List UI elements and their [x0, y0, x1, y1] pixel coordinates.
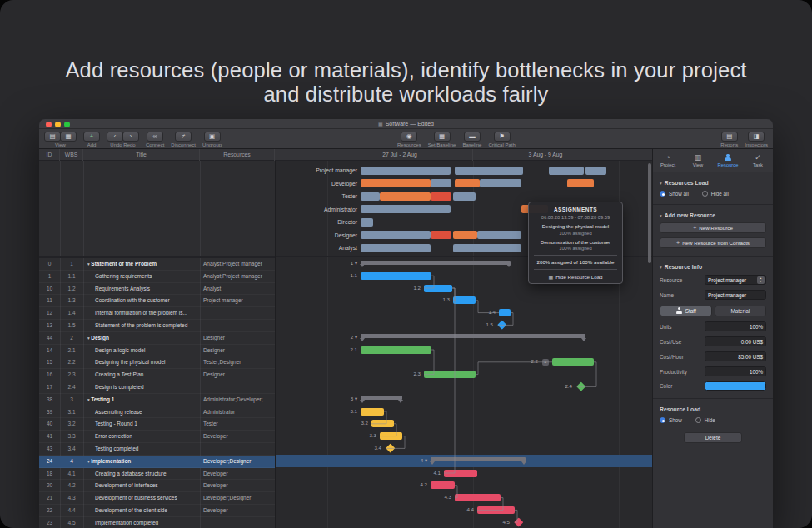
color-well[interactable] [705, 381, 766, 391]
name-input[interactable]: Project manager [705, 290, 766, 300]
gantt-task-bar[interactable] [552, 358, 594, 366]
tab-resource[interactable]: Resource [713, 149, 743, 172]
table-row[interactable]: 413.3Error correctionDeveloper [39, 431, 275, 443]
toolbar-button-disconnect[interactable]: ≠ [175, 132, 192, 142]
table-row[interactable]: 403.2Testing - Round 1Tester [39, 418, 275, 431]
resource-load-segment-slate[interactable] [361, 231, 431, 239]
table-row[interactable]: 433.4Testing completed [39, 443, 275, 456]
gantt-task-bar[interactable] [477, 506, 515, 514]
toolbar-button-ungroup[interactable]: ▣ [204, 132, 221, 142]
vertical-scrollbar-thumb[interactable] [648, 163, 651, 263]
column-header-title[interactable]: Title [83, 149, 200, 161]
gantt-milestone[interactable] [498, 321, 507, 330]
toolbar-button-undo-redo[interactable]: › [122, 132, 139, 142]
resource-load-segment-slate[interactable] [361, 218, 373, 227]
resource-load-segment-slate[interactable] [453, 192, 476, 201]
gantt-task-bar[interactable] [361, 346, 431, 354]
resource-load-segment-orange[interactable] [380, 192, 431, 201]
toolbar-button-undo-redo[interactable]: ‹ [107, 132, 123, 142]
disclosure-triangle-icon[interactable]: ▾ [660, 265, 662, 270]
field-value-input[interactable]: 0.00 US$ [705, 336, 766, 346]
toolbar-button-reports[interactable]: ▤ [721, 132, 738, 142]
resource-load-segment-slate[interactable] [477, 231, 521, 239]
column-header-wbs[interactable]: WBS N... [60, 149, 83, 161]
table-row[interactable]: 442DesignDesigner [39, 332, 275, 345]
toolbar-button-view[interactable]: ▤ [44, 132, 61, 142]
tab-task[interactable]: ✓Task [743, 149, 773, 172]
gantt-task-bar[interactable] [499, 309, 511, 316]
toolbar-button-inspectors[interactable]: ◨ [748, 132, 765, 142]
table-row[interactable]: 111.3Coordination with the customerProje… [39, 295, 275, 307]
new-resource-from-contacts-button[interactable]: + New Resource from Contacts [660, 237, 766, 248]
gantt-task-bar[interactable] [424, 371, 476, 378]
zoom-window-button[interactable] [64, 122, 70, 127]
column-header-resources[interactable]: Resources [200, 149, 275, 161]
resource-load-segment-slate[interactable] [361, 244, 431, 252]
resource-load-segment-slate[interactable] [361, 167, 451, 175]
toolbar-button-resources[interactable]: ◉ [401, 132, 417, 142]
table-row[interactable]: 11.1Gathering requirementsAnalyst;Projec… [39, 271, 275, 283]
table-row[interactable]: 383Testing 1Administrator;Developer;... [39, 394, 275, 406]
gantt-task-bar[interactable] [371, 420, 394, 427]
toolbar-button-add[interactable]: + [83, 132, 100, 142]
radio-hide-all[interactable]: Hide all [702, 191, 729, 197]
table-row[interactable]: 184.1Creating a database structureDevelo… [39, 468, 275, 481]
table-row[interactable]: 234.5Implementation completed [39, 517, 275, 528]
table-row[interactable]: 244ImplementationDeveloper;Designer [39, 456, 275, 468]
table-row[interactable]: 162.3Creating a Test PlanDesigner [39, 369, 275, 381]
gantt-task-bar[interactable] [455, 494, 501, 501]
gantt-summary-bar[interactable] [431, 457, 526, 461]
resource-load-segment-orange[interactable] [567, 179, 594, 187]
gantt-summary-bar[interactable] [361, 261, 511, 265]
toolbar-button-view[interactable]: ▦ [60, 132, 77, 142]
resource-load-segment-slate[interactable] [455, 167, 523, 175]
table-row[interactable]: 01Statement of the ProblemAnalyst;Projec… [39, 258, 275, 271]
gantt-milestone[interactable] [577, 382, 586, 391]
gantt-milestone[interactable] [515, 518, 524, 527]
table-row[interactable]: 224.4Development of the client sideDevel… [39, 505, 275, 517]
gantt-task-bar[interactable] [431, 481, 455, 489]
disclosure-triangle-icon[interactable]: ▾ [660, 213, 662, 218]
resource-load-segment-slate[interactable] [480, 179, 521, 187]
resource-load-segment-slate[interactable] [431, 179, 451, 187]
radio-show-all[interactable]: Show all [660, 191, 689, 197]
gantt-task-bar[interactable] [380, 432, 402, 440]
gantt-summary-bar[interactable] [361, 334, 585, 338]
hide-resource-load-button[interactable]: Hide Resource Load [532, 274, 619, 280]
table-row[interactable]: 214.3Development of business servicesDev… [39, 492, 275, 505]
material-segment[interactable]: Material [715, 306, 767, 316]
table-row[interactable]: 204.2Development of interfacesDeveloper [39, 480, 275, 492]
gantt-milestone[interactable] [386, 444, 396, 453]
gantt-task-bar[interactable] [424, 285, 452, 292]
resource-load-segment-slate[interactable] [453, 244, 521, 252]
toolbar-button-connect[interactable]: ∞ [147, 132, 163, 142]
delete-button[interactable]: Delete [684, 432, 742, 443]
column-header-id[interactable]: ID [39, 149, 60, 161]
table-row[interactable]: 101.2Requirements AnalysisAnalyst [39, 283, 275, 296]
radio-show[interactable]: Show [660, 417, 682, 423]
assignment-indicator-icon[interactable]: ≡ [542, 359, 549, 366]
table-row[interactable]: 142.1Design a logic modelDesigner [39, 345, 275, 357]
toolbar-button-critical-path[interactable]: ⚑ [494, 132, 511, 142]
field-value-input[interactable]: 100% [705, 366, 766, 376]
tab-view[interactable]: ▥View [683, 149, 713, 172]
resource-load-segment-red[interactable] [431, 192, 451, 201]
resource-load-segment-slate[interactable] [361, 205, 451, 213]
resource-load-segment-orange[interactable] [455, 179, 480, 187]
close-window-button[interactable] [46, 122, 52, 127]
gantt-task-bar[interactable] [453, 296, 476, 304]
table-row[interactable]: 121.4Internal formulation of the problem… [39, 307, 275, 320]
table-row[interactable]: 131.5Statement of the problem is complet… [39, 320, 275, 332]
resource-load-segment-red[interactable] [431, 231, 451, 239]
staff-segment[interactable]: Staff [660, 306, 712, 316]
resource-load-segment-slate[interactable] [361, 192, 380, 201]
resource-load-segment-orange[interactable] [453, 231, 477, 239]
toolbar-button-baseline[interactable]: ▬ [464, 132, 481, 142]
new-resource-button[interactable]: + New Resource [660, 222, 766, 233]
resource-load-segment-slate[interactable] [585, 167, 606, 175]
radio-hide[interactable]: Hide [695, 417, 715, 423]
gantt-summary-bar[interactable] [361, 396, 402, 400]
minimize-window-button[interactable] [55, 122, 61, 127]
table-row[interactable]: 393.1Assembling releaseAdministrator [39, 406, 275, 419]
field-value-input[interactable]: 100% [705, 321, 766, 331]
